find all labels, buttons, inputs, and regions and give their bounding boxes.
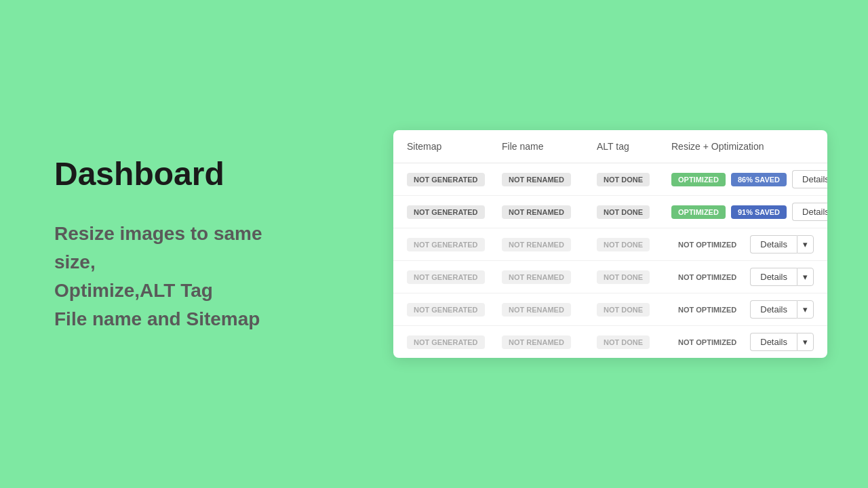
sitemap-cell: NOT GENERATED [407,238,502,251]
filename-badge: NOT RENAMED [502,238,571,251]
alttag-cell: NOT DONE [597,205,671,219]
details-group: Details ▾ [792,203,827,221]
optimization-cell: NOT OPTIMIZED Details ▾ [671,235,814,253]
sitemap-badge: NOT GENERATED [407,336,485,349]
optimized-badge: OPTIMIZED [671,205,726,219]
table-row: NOT GENERATED NOT RENAMED NOT DONE OPTIM… [393,163,827,196]
saved-badge: 91% SAVED [731,205,787,219]
table-row: NOT GENERATED NOT RENAMED NOT DONE NOT O… [393,293,827,326]
details-button[interactable]: Details [792,170,827,188]
optimization-cell: OPTIMIZED 86% SAVED Details ▾ [671,170,827,188]
sitemap-cell: NOT GENERATED [407,303,502,317]
alttag-badge: NOT DONE [597,238,650,251]
filename-cell: NOT RENAMED [502,238,597,251]
table-row: NOT GENERATED NOT RENAMED NOT DONE OPTIM… [393,196,827,228]
details-button[interactable]: Details [750,268,797,286]
details-dropdown-button[interactable]: ▾ [797,268,814,286]
details-dropdown-button[interactable]: ▾ [797,235,814,253]
sitemap-badge: NOT GENERATED [407,303,485,317]
sitemap-cell: NOT GENERATED [407,205,502,219]
details-button[interactable]: Details [750,235,797,253]
col-header-alttag: ALT tag [597,141,671,152]
details-dropdown-button[interactable]: ▾ [797,300,814,319]
dashboard-subtitle: Resize images to same size, Optimize,ALT… [54,220,298,333]
saved-badge: 86% SAVED [731,173,787,186]
optimized-badge: OPTIMIZED [671,173,726,186]
details-button[interactable]: Details [750,333,797,351]
sitemap-cell: NOT GENERATED [407,336,502,349]
optimization-cell: OPTIMIZED 91% SAVED Details ▾ [671,203,827,221]
alttag-cell: NOT DONE [597,270,671,284]
details-group: Details ▾ [750,333,814,351]
subtitle-line3: File name and Sitemap [54,308,260,329]
details-dropdown-button[interactable]: ▾ [797,333,814,351]
filename-badge: NOT RENAMED [502,270,571,284]
alttag-cell: NOT DONE [597,303,671,317]
alttag-badge: NOT DONE [597,336,650,349]
right-panel: Sitemap File name ALT tag Resize + Optim… [353,117,868,371]
data-table: Sitemap File name ALT tag Resize + Optim… [393,130,827,358]
not-optimized-badge: NOT OPTIMIZED [671,336,743,349]
optimization-cell: NOT OPTIMIZED Details ▾ [671,300,814,319]
sitemap-cell: NOT GENERATED [407,173,502,186]
alttag-badge: NOT DONE [597,303,650,317]
sitemap-cell: NOT GENERATED [407,270,502,284]
details-group: Details ▾ [750,268,814,286]
details-group: Details ▾ [750,235,814,253]
alttag-cell: NOT DONE [597,238,671,251]
table-row: NOT GENERATED NOT RENAMED NOT DONE NOT O… [393,228,827,261]
filename-badge: NOT RENAMED [502,205,571,219]
details-group: Details ▾ [792,170,827,188]
details-button[interactable]: Details [792,203,827,221]
page-title: Dashboard [54,155,298,192]
optimization-cell: NOT OPTIMIZED Details ▾ [671,268,814,286]
alttag-badge: NOT DONE [597,173,650,186]
alttag-badge: NOT DONE [597,270,650,284]
col-header-sitemap: Sitemap [407,141,502,152]
not-optimized-badge: NOT OPTIMIZED [671,238,743,251]
col-header-optimization: Resize + Optimization [671,141,814,152]
table-row: NOT GENERATED NOT RENAMED NOT DONE NOT O… [393,261,827,293]
sitemap-badge: NOT GENERATED [407,205,485,219]
sitemap-badge: NOT GENERATED [407,270,485,284]
filename-badge: NOT RENAMED [502,303,571,317]
left-panel: Dashboard Resize images to same size, Op… [0,115,353,374]
filename-badge: NOT RENAMED [502,173,571,186]
subtitle-line2: Optimize,ALT Tag [54,280,213,301]
filename-cell: NOT RENAMED [502,173,597,186]
filename-badge: NOT RENAMED [502,336,571,349]
col-header-filename: File name [502,141,597,152]
filename-cell: NOT RENAMED [502,303,597,317]
subtitle-line1: Resize images to same size, [54,223,262,272]
details-button[interactable]: Details [750,300,797,319]
table-header: Sitemap File name ALT tag Resize + Optim… [393,130,827,163]
not-optimized-badge: NOT OPTIMIZED [671,270,743,284]
filename-cell: NOT RENAMED [502,205,597,219]
details-group: Details ▾ [750,300,814,319]
filename-cell: NOT RENAMED [502,270,597,284]
not-optimized-badge: NOT OPTIMIZED [671,303,743,317]
sitemap-badge: NOT GENERATED [407,238,485,251]
alttag-cell: NOT DONE [597,336,671,349]
alttag-badge: NOT DONE [597,205,650,219]
sitemap-badge: NOT GENERATED [407,173,485,186]
table-row: NOT GENERATED NOT RENAMED NOT DONE NOT O… [393,326,827,358]
filename-cell: NOT RENAMED [502,336,597,349]
optimization-cell: NOT OPTIMIZED Details ▾ [671,333,814,351]
alttag-cell: NOT DONE [597,173,671,186]
